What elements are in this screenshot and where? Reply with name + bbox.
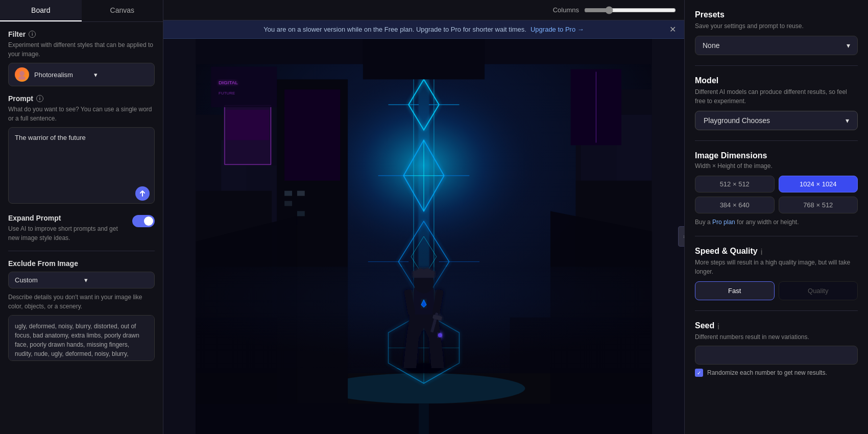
- top-bar: Columns: [163, 0, 684, 20]
- upgrade-banner: You are on a slower version while on the…: [163, 20, 684, 39]
- dimensions-grid: 512 × 512 1024 × 1024 384 × 640 768 × 51…: [695, 176, 858, 213]
- filter-info-icon[interactable]: i: [29, 31, 36, 38]
- expand-prompt-toggle[interactable]: [132, 215, 155, 227]
- speed-title-row: Speed & Quality i: [695, 247, 858, 258]
- speed-quality-section: Speed & Quality i More steps will result…: [695, 247, 858, 300]
- model-section: Model Different AI models can produce di…: [695, 76, 858, 130]
- svg-point-0: [19, 71, 25, 76]
- exclude-input[interactable]: [8, 315, 155, 361]
- divider-1: [8, 251, 155, 251]
- left-panel: Board Canvas Filter i Experiment with di…: [0, 0, 163, 434]
- presets-description: Save your settings and prompt to reuse.: [695, 21, 858, 31]
- svg-rect-44: [297, 191, 305, 196]
- dim-1024-1024[interactable]: 1024 × 1024: [779, 176, 858, 192]
- filter-title: Filter i: [8, 30, 155, 38]
- prompt-section: Prompt i What do you want to see? You ca…: [8, 94, 155, 206]
- dim-512-512[interactable]: 512 × 512: [695, 176, 775, 192]
- expand-left: Expand Prompt Use AI to improve short pr…: [8, 214, 126, 243]
- panel-content: Filter i Experiment with different style…: [0, 22, 163, 371]
- divider-4: [695, 236, 858, 236]
- seed-description: Different numbers result in new variatio…: [695, 332, 858, 342]
- model-selected: Playground Chooses: [704, 116, 770, 125]
- svg-rect-43: [284, 191, 292, 196]
- expand-prompt-description: Use AI to improve short prompts and get …: [8, 224, 126, 243]
- presets-dropdown[interactable]: None ▾: [695, 36, 858, 55]
- filter-description: Experiment with different styles that ca…: [8, 40, 155, 59]
- svg-rect-10: [226, 110, 269, 140]
- upgrade-link[interactable]: Upgrade to Pro →: [531, 26, 584, 33]
- columns-control: Columns: [553, 6, 676, 14]
- generated-image: DIGITAL FUTURE: [163, 39, 684, 434]
- columns-slider[interactable]: [584, 6, 676, 14]
- svg-point-1: [18, 76, 26, 80]
- randomize-row: ✓ Randomize each number to get new resul…: [695, 369, 858, 377]
- banner-close-button[interactable]: ✕: [669, 25, 676, 34]
- exclude-dropdown[interactable]: Custom ▾: [8, 272, 155, 288]
- presets-title: Presets: [695, 10, 858, 19]
- divider-2: [695, 65, 858, 66]
- model-description: Different AI models can produce differen…: [695, 87, 858, 106]
- prompt-info-icon[interactable]: i: [36, 95, 43, 102]
- columns-label: Columns: [553, 6, 579, 14]
- image-container: DIGITAL FUTURE: [163, 39, 684, 434]
- pro-plan-link[interactable]: Pro plan: [712, 219, 735, 226]
- svg-text:DIGITAL: DIGITAL: [219, 80, 238, 85]
- speed-info-icon[interactable]: i: [761, 248, 763, 257]
- tab-board[interactable]: Board: [0, 0, 82, 21]
- chevron-down-icon: ▾: [94, 71, 149, 79]
- svg-rect-42: [284, 89, 340, 181]
- svg-rect-46: [297, 211, 305, 216]
- filter-selected-label: Photorealism: [34, 71, 89, 79]
- prompt-description: What do you want to see? You can use a s…: [8, 105, 155, 123]
- svg-rect-50: [363, 39, 485, 79]
- exclude-section: Exclude From Image Custom ▾ Describe det…: [8, 259, 155, 363]
- expand-prompt-title: Expand Prompt: [8, 214, 126, 222]
- speed-title: Speed & Quality: [695, 247, 758, 256]
- divider-5: [695, 310, 858, 311]
- expand-prompt-row: Expand Prompt Use AI to improve short pr…: [8, 214, 155, 243]
- prompt-input[interactable]: [8, 127, 155, 204]
- banner-text: You are on a slower version while on the…: [263, 26, 526, 33]
- prompt-title: Prompt i: [8, 94, 155, 103]
- pro-plan-text: Buy a Pro plan for any width or height.: [695, 219, 858, 226]
- seed-input[interactable]: [695, 346, 858, 365]
- randomize-label: Randomize each number to get new results…: [707, 369, 827, 376]
- speed-quality-button[interactable]: Quality: [779, 281, 858, 300]
- svg-rect-51: [211, 67, 277, 107]
- seed-title: Seed: [695, 321, 714, 330]
- presets-chevron-icon: ▾: [847, 41, 850, 50]
- exclude-chevron-icon: ▾: [84, 276, 149, 284]
- tabs-bar: Board Canvas: [0, 0, 163, 22]
- speed-buttons: Fast Quality: [695, 281, 858, 300]
- filter-section: Filter i Experiment with different style…: [8, 30, 155, 86]
- dimensions-description: Width × Height of the image.: [695, 162, 858, 170]
- svg-point-66: [438, 333, 442, 337]
- exclude-description: Describe details you don't want in your …: [8, 293, 155, 311]
- svg-text:FUTURE: FUTURE: [219, 91, 235, 95]
- panel-collapse-button[interactable]: ›: [678, 226, 684, 247]
- speed-fast-button[interactable]: Fast: [695, 281, 775, 300]
- svg-rect-45: [284, 201, 292, 206]
- filter-dropdown[interactable]: Photorealism ▾: [8, 63, 155, 86]
- seed-info-icon[interactable]: i: [717, 322, 719, 331]
- right-panel: Presets Save your settings and prompt to…: [684, 0, 868, 434]
- dimensions-section: Image Dimensions Width × Height of the i…: [695, 151, 858, 226]
- center-panel: Columns You are on a slower version whil…: [163, 0, 684, 434]
- exclude-dropdown-value: Custom: [15, 276, 79, 284]
- presets-section: Presets Save your settings and prompt to…: [695, 10, 858, 55]
- dim-768-512[interactable]: 768 × 512: [779, 197, 858, 213]
- presets-selected: None: [703, 41, 719, 50]
- exclude-title: Exclude From Image: [8, 259, 155, 268]
- prompt-submit-button[interactable]: [135, 186, 150, 201]
- dimensions-title: Image Dimensions: [695, 151, 858, 160]
- tab-canvas[interactable]: Canvas: [82, 0, 163, 21]
- speed-description: More steps will result in a high quality…: [695, 258, 858, 276]
- seed-title-row: Seed i: [695, 321, 858, 332]
- expand-prompt-section: Expand Prompt Use AI to improve short pr…: [8, 214, 155, 243]
- randomize-checkbox[interactable]: ✓: [695, 369, 703, 377]
- seed-section: Seed i Different numbers result in new v…: [695, 321, 858, 377]
- divider-3: [695, 140, 858, 141]
- dim-384-640[interactable]: 384 × 640: [695, 197, 775, 213]
- model-chevron-icon: ▾: [846, 116, 849, 125]
- model-dropdown[interactable]: Playground Chooses ▾: [695, 111, 858, 130]
